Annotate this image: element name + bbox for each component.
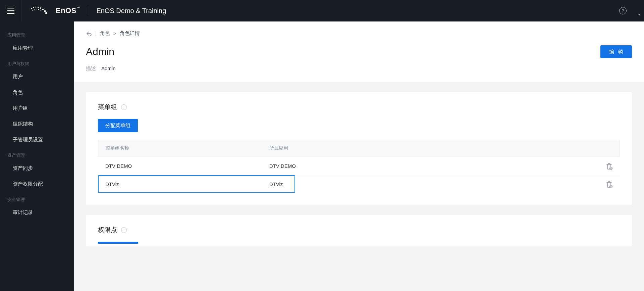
- description-row: 描述 Admin: [86, 65, 632, 72]
- menu-toggle[interactable]: [0, 0, 21, 21]
- nav-item-org-structure[interactable]: 组织结构: [0, 116, 74, 132]
- menu-group-table: 菜单组名称 所属应用 DTV DEMO DTV DEMO: [98, 140, 620, 193]
- nav-item-roles[interactable]: 角色: [0, 85, 74, 100]
- nav-group-title: 应用管理: [0, 28, 74, 40]
- caret-down-icon: [638, 14, 641, 15]
- breadcrumb-current: 角色详情: [120, 30, 140, 37]
- svg-point-1: [33, 7, 34, 8]
- nav-item-asset-sync[interactable]: 资产同步: [0, 160, 74, 176]
- column-app: 所属应用: [262, 140, 589, 157]
- logo-block: EnOS™ EnOS Demo & Training: [21, 6, 174, 15]
- svg-point-5: [42, 9, 44, 10]
- edit-button[interactable]: 编 辑: [600, 45, 632, 58]
- svg-point-8: [32, 10, 33, 11]
- nav-item-sub-admin[interactable]: 子管理员设置: [0, 132, 74, 148]
- permission-points-card: 权限点 !: [86, 215, 632, 246]
- svg-point-4: [40, 7, 41, 9]
- delete-icon[interactable]: [606, 181, 612, 188]
- info-icon[interactable]: !: [121, 104, 127, 110]
- nav-group-title: 安全管理: [0, 192, 74, 205]
- info-icon[interactable]: !: [121, 227, 127, 233]
- delete-icon[interactable]: [606, 162, 612, 170]
- nav-item-audit-log[interactable]: 审计记录: [0, 205, 74, 221]
- table-row: DTViz DTViz: [98, 175, 620, 193]
- main-content: | 角色 > 角色详情 Admin 编 辑 描述 Admin 菜单组 !: [74, 21, 644, 291]
- nav-item-asset-perm[interactable]: 资产权限分配: [0, 176, 74, 192]
- description-value: Admin: [101, 65, 116, 72]
- column-name: 菜单组名称: [98, 140, 262, 157]
- back-icon[interactable]: [86, 31, 92, 37]
- nav-item-users[interactable]: 用户: [0, 69, 74, 85]
- topbar: EnOS™ EnOS Demo & Training ?: [0, 0, 644, 21]
- svg-point-11: [38, 9, 39, 10]
- cell-name: DTViz: [98, 175, 262, 193]
- page-header: | 角色 > 角色详情 Admin 编 辑 描述 Admin: [74, 21, 644, 82]
- assign-permission-button-partial[interactable]: [98, 242, 138, 244]
- breadcrumb: | 角色 > 角色详情: [86, 30, 632, 37]
- svg-point-10: [36, 9, 37, 9]
- svg-point-0: [31, 8, 32, 9]
- vertical-divider: [88, 6, 88, 15]
- topbar-right: ?: [619, 7, 644, 14]
- logo-icon: [30, 6, 48, 15]
- nav-group-title: 用户与权限: [0, 56, 74, 69]
- org-name: EnOS Demo & Training: [96, 7, 166, 15]
- page-title: Admin: [86, 46, 114, 57]
- permission-points-title: 权限点: [98, 226, 117, 234]
- assign-menu-group-button[interactable]: 分配菜单组: [98, 119, 138, 132]
- svg-point-12: [41, 10, 42, 11]
- sidebar: 应用管理 应用管理 用户与权限 用户 角色 用户组 组织结构 子管理员设置 资产…: [0, 21, 74, 291]
- nav-item-app-management[interactable]: 应用管理: [0, 40, 74, 56]
- svg-point-2: [35, 6, 36, 7]
- help-icon[interactable]: ?: [619, 7, 627, 14]
- svg-point-7: [45, 12, 47, 14]
- svg-point-6: [44, 10, 46, 12]
- nav-item-user-groups[interactable]: 用户组: [0, 100, 74, 116]
- cell-app: DTViz: [262, 175, 590, 193]
- description-label: 描述: [86, 65, 96, 72]
- cell-name: DTV DEMO: [98, 157, 262, 175]
- svg-point-3: [38, 7, 39, 8]
- cell-app: DTV DEMO: [262, 157, 590, 175]
- breadcrumb-arrow: >: [113, 31, 116, 36]
- logo-text: EnOS™: [56, 6, 80, 15]
- breadcrumb-parent[interactable]: 角色: [100, 30, 110, 37]
- menu-group-title: 菜单组: [98, 103, 117, 111]
- hamburger-icon: [7, 8, 14, 14]
- table-row: DTV DEMO DTV DEMO: [98, 157, 620, 175]
- nav-group-title: 资产管理: [0, 148, 74, 160]
- table-header: 菜单组名称 所属应用: [98, 140, 620, 157]
- svg-point-9: [34, 9, 35, 10]
- breadcrumb-sep: |: [95, 31, 97, 36]
- menu-group-card: 菜单组 ! 分配菜单组 菜单组名称 所属应用 D: [86, 92, 632, 205]
